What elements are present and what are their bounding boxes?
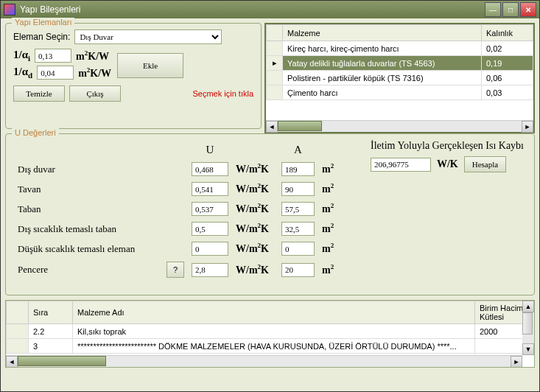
col-malzeme[interactable]: Malzeme xyxy=(283,25,482,41)
pencere-a-input[interactable] xyxy=(281,263,315,277)
row-header-blank xyxy=(7,301,29,324)
row-taban-label: Taban xyxy=(15,200,162,218)
scroll-left-icon[interactable]: ◄ xyxy=(266,121,278,133)
table-row[interactable]: 2.2 Kil,sıkı toprak 2000 xyxy=(7,324,534,339)
u-degerleri-legend: U Değerleri xyxy=(12,128,59,137)
unit-m2kw: m2K/W xyxy=(76,49,109,63)
group-legend: Yapı Elemanları xyxy=(12,18,74,27)
scroll-thumb-v[interactable] xyxy=(522,312,533,335)
heatloss-result-input[interactable] xyxy=(371,158,431,172)
table-row[interactable]: 3 ************************* DÖKME MALZEM… xyxy=(7,339,534,354)
alpha-d-input[interactable] xyxy=(37,66,74,80)
scrollbar-horizontal[interactable]: ◄ ► xyxy=(266,120,533,132)
app-icon xyxy=(4,4,15,15)
scroll-thumb[interactable] xyxy=(18,356,106,366)
scrollbar-vertical[interactable]: ▲ ▼ xyxy=(522,301,534,355)
heatloss-unit: W/K xyxy=(437,158,458,170)
heatloss-section: İletim Yoluyla Gerçekleşen Isı Kaybı W/K… xyxy=(371,140,524,172)
scroll-up-icon[interactable]: ▲ xyxy=(522,301,534,312)
heatloss-label: İletim Yoluyla Gerçekleşen Isı Kaybı xyxy=(371,140,524,152)
dusuk-sicaklik-u-input[interactable] xyxy=(192,242,228,256)
maximize-button[interactable]: □ xyxy=(502,2,519,17)
row-dis-duvar-label: Dış duvar xyxy=(15,160,162,178)
tavan-u-input[interactable] xyxy=(192,182,228,196)
temizle-button[interactable]: Temizle xyxy=(13,85,65,102)
col-a-header: A xyxy=(278,141,318,158)
dis-duvar-u-input[interactable] xyxy=(192,162,228,176)
pencere-u-input[interactable] xyxy=(192,263,228,277)
bottom-grid[interactable]: Sıra Malzeme Adı Birim Hacim Kütlesi 2.2… xyxy=(6,301,534,354)
malzeme-table-container: Malzeme Kalınlık Kireç harcı, kireç-çime… xyxy=(264,23,535,133)
row-dis-sicaklik-label: Dış sıcaklık temaslı taban xyxy=(15,220,162,238)
close-icon: ✕ xyxy=(525,6,531,14)
cikis-button[interactable]: Çıkış xyxy=(69,85,121,102)
eleman-secin-select[interactable]: Dış Duvar xyxy=(74,29,222,44)
app-window: Yapı Bileşenleri — □ ✕ Yapı Elemanları E… xyxy=(0,0,540,392)
tavan-a-input[interactable] xyxy=(281,182,315,196)
row-dusuk-sicaklik-label: Düşük sıcaklık temaslı eleman xyxy=(15,239,162,258)
taban-u-input[interactable] xyxy=(192,202,228,216)
col-u-header: U xyxy=(189,141,231,158)
table-row[interactable]: ▸ Yatay delikli tuğlalarla duvarlar (TS … xyxy=(267,56,533,71)
unit-m2kw: m2K/W xyxy=(78,66,111,80)
row-tavan-label: Tavan xyxy=(15,180,162,198)
content-area: Yapı Elemanları Eleman Seçin: Dış Duvar … xyxy=(1,18,539,391)
table-row[interactable]: Çimento harcı 0,03 xyxy=(267,85,533,100)
col-malzeme-adi[interactable]: Malzeme Adı xyxy=(73,301,475,324)
pencere-help-button[interactable]: ? xyxy=(166,262,184,278)
row-header-blank xyxy=(267,25,283,41)
col-kalinlik[interactable]: Kalınlık xyxy=(482,25,533,41)
window-title: Yapı Bileşenleri xyxy=(20,4,485,15)
table-row[interactable]: Polistiren - partiküler köpük (TS 7316) … xyxy=(267,71,533,85)
scroll-right-icon[interactable]: ► xyxy=(522,121,533,133)
dusuk-sicaklik-a-input[interactable] xyxy=(281,242,315,256)
scroll-thumb[interactable] xyxy=(278,121,322,131)
yapi-elemanlari-group: Yapı Elemanları Eleman Seçin: Dış Duvar … xyxy=(5,23,262,129)
taban-a-input[interactable] xyxy=(281,202,315,216)
malzeme-table[interactable]: Malzeme Kalınlık Kireç harcı, kireç-çime… xyxy=(266,24,533,100)
scrollbar-horizontal-bottom[interactable]: ◄ ► xyxy=(6,355,522,367)
row-pencere-label: Pencere xyxy=(15,259,162,280)
hesapla-button[interactable]: Hesapla xyxy=(464,156,506,172)
close-button[interactable]: ✕ xyxy=(520,2,536,17)
alpha-i-label: 1/αi xyxy=(13,49,30,63)
alpha-d-label: 1/αd xyxy=(13,66,32,80)
secmek-hint: Seçmek için tıkla xyxy=(192,89,253,98)
ekle-button[interactable]: Ekle xyxy=(117,53,183,78)
dis-sicaklik-a-input[interactable] xyxy=(281,222,315,236)
minimize-icon: — xyxy=(489,6,497,14)
col-sira[interactable]: Sıra xyxy=(29,301,73,324)
dis-duvar-a-input[interactable] xyxy=(281,162,315,176)
titlebar[interactable]: Yapı Bileşenleri — □ ✕ xyxy=(1,1,539,18)
minimize-button[interactable]: — xyxy=(485,2,501,17)
scroll-down-icon[interactable]: ▼ xyxy=(522,343,534,355)
dis-sicaklik-u-input[interactable] xyxy=(192,222,228,236)
scroll-right-icon[interactable]: ► xyxy=(511,356,522,368)
table-row[interactable]: Kireç harcı, kireç-çimento harcı 0,02 xyxy=(267,41,533,56)
eleman-secin-label: Eleman Seçin: xyxy=(13,32,70,42)
scroll-left-icon[interactable]: ◄ xyxy=(6,356,18,368)
bottom-grid-container: Sıra Malzeme Adı Birim Hacim Kütlesi 2.2… xyxy=(5,300,535,368)
alpha-i-input[interactable] xyxy=(35,49,71,63)
u-degerleri-group: U Değerleri U A Dış duvar W/m2K m2 xyxy=(5,133,535,295)
maximize-icon: □ xyxy=(508,6,513,14)
